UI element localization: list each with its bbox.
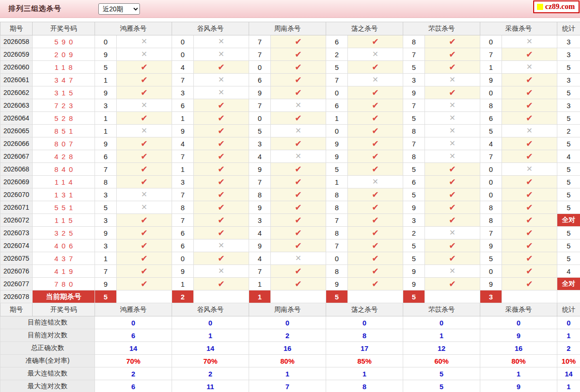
check-icon: ✔	[372, 152, 379, 161]
check-icon: ✔	[449, 62, 456, 72]
check-icon: ✔	[294, 177, 302, 187]
kill-mark-cell: ✔	[425, 61, 480, 74]
column-header: 周南杀号	[249, 22, 326, 35]
table-row: 20260744063✔6✕9✔7✔5✔9✔5	[0, 239, 580, 252]
kill-number-cell: 1	[480, 61, 502, 74]
check-icon: ✔	[372, 279, 379, 289]
current-kill-number-cell: 5	[403, 290, 425, 303]
logo-text: cz89.com	[545, 2, 575, 11]
kill-mark-cell: ✕	[271, 99, 326, 112]
kill-number-cell: 7	[172, 150, 194, 163]
kill-number-cell: 8	[95, 176, 117, 188]
kill-number-cell: 4	[249, 150, 271, 163]
kill-mark-cell: ✔	[194, 61, 249, 74]
kill-mark-cell: ✔	[194, 252, 249, 265]
summary-total-cell: 2	[557, 342, 580, 355]
kill-number-cell: 3	[403, 74, 425, 86]
check-icon: ✔	[217, 101, 225, 110]
check-icon: ✔	[140, 266, 147, 276]
check-icon: ✔	[372, 228, 379, 238]
range-select-wrap: 近20期	[98, 3, 140, 15]
column-header: 周南杀号	[249, 303, 326, 316]
stat-cell: 4	[557, 265, 580, 278]
kill-number-cell: 6	[95, 150, 117, 163]
cross-icon: ✕	[526, 37, 532, 45]
header-row: 期号开奖号码鸿雁杀号谷风杀号周南杀号荡之杀号芣苡杀号采薇杀号统计	[0, 303, 580, 316]
check-icon: ✔	[372, 37, 379, 46]
kill-number-cell: 5	[249, 125, 271, 137]
kill-mark-cell: ✔	[117, 265, 172, 278]
cross-icon: ✕	[449, 127, 455, 135]
range-select[interactable]: 近20期	[98, 3, 140, 15]
kill-number-cell: 3	[95, 239, 117, 252]
empty-mark-cell	[117, 290, 172, 303]
kill-mark-cell: ✕	[348, 74, 403, 86]
kill-number-cell: 9	[95, 137, 117, 150]
summary-value-cell: 5	[403, 380, 480, 392]
kill-mark-cell: ✔	[502, 239, 557, 252]
table-row: 20260613471✔7✕6✔7✕3✕9✔3	[0, 74, 580, 86]
kill-mark-cell: ✔	[425, 35, 480, 48]
full-hit-badge: 全对	[557, 214, 580, 227]
stat-cell	[557, 290, 580, 303]
kill-mark-cell: ✔	[348, 252, 403, 265]
stat-cell: 5	[557, 86, 580, 99]
empty-mark-cell	[194, 290, 249, 303]
summary-value-cell: 1	[172, 329, 249, 342]
empty-mark-cell	[425, 290, 480, 303]
site-logo[interactable]: cz89.com	[533, 0, 580, 13]
kill-number-cell: 5	[480, 252, 502, 265]
period-cell: 2026072	[0, 214, 33, 227]
kill-mark-cell: ✕	[194, 48, 249, 61]
check-icon: ✔	[526, 88, 533, 97]
draw-number-cell: 551	[33, 201, 95, 214]
kill-number-cell: 7	[172, 74, 194, 86]
period-cell: 2026063	[0, 99, 33, 112]
kill-mark-cell: ✕	[502, 35, 557, 48]
kill-mark-cell: ✔	[502, 252, 557, 265]
summary-value-cell: 80%	[249, 355, 326, 367]
draw-number-cell: 118	[33, 61, 95, 74]
cross-icon: ✕	[449, 114, 455, 122]
kill-mark-cell: ✕	[425, 125, 480, 137]
kill-number-cell: 3	[95, 214, 117, 227]
kill-number-cell: 1	[172, 112, 194, 125]
check-icon: ✔	[372, 254, 379, 263]
kill-mark-cell: ✔	[502, 188, 557, 201]
kill-mark-cell: ✕	[194, 265, 249, 278]
stat-cell: 5	[557, 239, 580, 252]
cross-icon: ✕	[372, 50, 378, 58]
check-icon: ✔	[449, 37, 456, 46]
kill-number-cell: 0	[480, 163, 502, 176]
kill-number-cell: 5	[403, 61, 425, 74]
cross-icon: ✕	[526, 165, 532, 173]
period-cell: 2026058	[0, 35, 33, 48]
kill-number-cell: 6	[172, 239, 194, 252]
stat-cell: 4	[557, 150, 580, 163]
kill-number-cell: 9	[172, 125, 194, 137]
kill-number-cell: 7	[403, 137, 425, 150]
draw-number-cell: 428	[33, 150, 95, 163]
cross-icon: ✕	[218, 50, 224, 58]
summary-row: 最大连对次数61178591	[0, 380, 580, 392]
summary-value-cell: 0	[249, 316, 326, 329]
check-icon: ✔	[217, 164, 225, 174]
check-icon: ✔	[217, 279, 225, 289]
kill-mark-cell: ✕	[425, 227, 480, 239]
cross-icon: ✕	[449, 152, 455, 160]
check-icon: ✔	[372, 139, 379, 148]
kill-mark-cell: ✔	[425, 188, 480, 201]
summary-value-cell: 1	[480, 367, 557, 380]
empty-mark-cell	[348, 290, 403, 303]
kill-number-cell: 5	[480, 125, 502, 137]
kill-mark-cell: ✔	[348, 239, 403, 252]
kill-number-cell: 9	[249, 239, 271, 252]
stat-cell: 5	[557, 112, 580, 125]
check-icon: ✔	[294, 88, 302, 97]
kill-mark-cell: ✕	[194, 74, 249, 86]
check-icon: ✔	[372, 241, 379, 250]
check-icon: ✔	[294, 228, 302, 238]
check-icon: ✔	[526, 228, 533, 238]
column-header: 采薇杀号	[480, 303, 557, 316]
draw-number-cell: 325	[33, 227, 95, 239]
